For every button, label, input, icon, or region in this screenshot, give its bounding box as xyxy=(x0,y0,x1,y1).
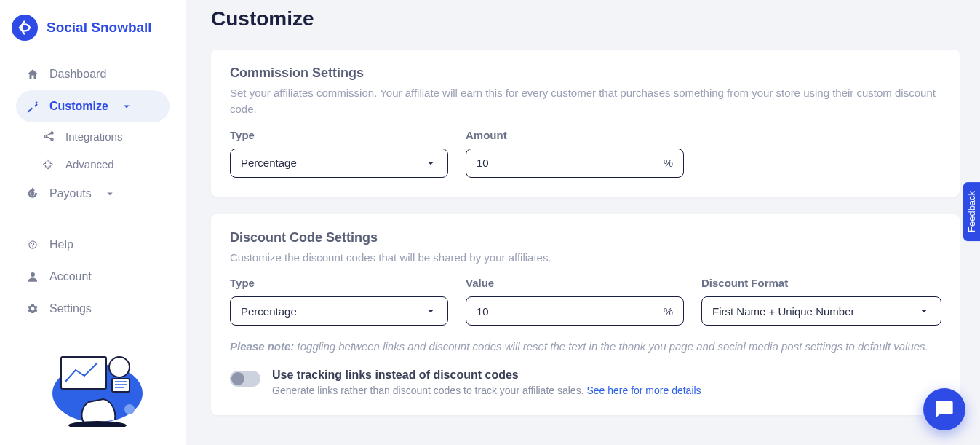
toggle-title: Use tracking links instead of discount c… xyxy=(272,369,701,382)
card-description: Set your affiliates commission. Your aff… xyxy=(230,85,941,117)
brand[interactable]: Social Snowball xyxy=(0,6,186,58)
tracking-links-toggle-row: Use tracking links instead of discount c… xyxy=(230,369,941,396)
field-label: Value xyxy=(466,277,684,289)
card-title: Commission Settings xyxy=(230,66,941,81)
brand-logo-icon xyxy=(12,15,38,41)
discount-type-field: Type Percentage xyxy=(230,277,448,326)
chevron-down-icon xyxy=(424,304,437,318)
card-description: Customize the discount codes that will b… xyxy=(230,250,941,266)
sidebar-item-advanced[interactable]: Advanced xyxy=(32,150,170,178)
sidebar-item-payouts[interactable]: $ Payouts xyxy=(16,178,170,210)
toggle-subtitle: Generate links rather than discount code… xyxy=(272,385,701,396)
sidebar-item-account[interactable]: Account xyxy=(16,261,170,293)
commission-type-field: Type Percentage xyxy=(230,129,448,178)
share-icon xyxy=(42,130,55,143)
home-icon xyxy=(26,68,39,81)
sidebar-item-label: Advanced xyxy=(65,158,114,170)
chevron-down-icon xyxy=(120,100,133,113)
discount-format-select[interactable]: First Name + Unique Number xyxy=(701,296,941,326)
svg-point-3 xyxy=(51,138,53,141)
commission-type-select[interactable]: Percentage xyxy=(230,149,448,178)
svg-point-1 xyxy=(44,135,47,138)
sidebar-item-label: Account xyxy=(49,270,92,283)
select-value: Percentage xyxy=(241,305,297,318)
discount-value-field: Value % xyxy=(466,277,684,326)
sidebar-item-integrations[interactable]: Integrations xyxy=(32,122,170,150)
input-suffix: % xyxy=(664,157,673,169)
toggle-sub-text: Generate links rather than discount code… xyxy=(272,385,586,396)
discount-value-input-wrap[interactable]: % xyxy=(466,296,684,326)
discount-format-field: Discount Format First Name + Unique Numb… xyxy=(701,277,941,326)
commission-amount-input-wrap[interactable]: % xyxy=(466,149,684,178)
note-text: toggling between links and discount code… xyxy=(294,340,928,353)
discount-value-input[interactable] xyxy=(477,305,664,318)
svg-text:$: $ xyxy=(31,191,34,196)
tracking-links-toggle[interactable] xyxy=(230,371,260,387)
nav-secondary: Help Account Settings xyxy=(16,229,170,325)
note-bold: Please note: xyxy=(230,340,294,353)
sidebar: Social Snowball Dashboard Customize Inte… xyxy=(0,0,186,445)
svg-point-8 xyxy=(109,357,130,377)
input-suffix: % xyxy=(664,305,673,318)
sidebar-item-help[interactable]: Help xyxy=(16,229,170,261)
svg-point-5 xyxy=(31,272,35,277)
sidebar-item-customize[interactable]: Customize xyxy=(16,90,170,122)
gear-icon xyxy=(26,302,39,315)
field-label: Type xyxy=(230,129,448,141)
sidebar-item-settings[interactable]: Settings xyxy=(16,293,170,325)
field-label: Discount Format xyxy=(701,277,941,289)
chat-bubble-button[interactable] xyxy=(923,388,965,430)
commission-settings-card: Commission Settings Set your affiliates … xyxy=(211,50,960,197)
puzzle-icon xyxy=(42,157,55,170)
sidebar-item-label: Customize xyxy=(49,100,108,113)
chevron-down-icon xyxy=(917,304,931,318)
tools-icon xyxy=(26,100,39,113)
commission-amount-field: Amount % xyxy=(466,129,684,178)
feedback-tab[interactable]: Feedback xyxy=(963,182,980,241)
discount-settings-card: Discount Code Settings Customize the dis… xyxy=(211,214,960,415)
card-title: Discount Code Settings xyxy=(230,230,941,245)
sidebar-item-label: Help xyxy=(49,238,73,251)
select-value: First Name + Unique Number xyxy=(712,305,854,318)
nav-primary: Dashboard Customize Integrations Advance… xyxy=(0,58,186,325)
field-label: Amount xyxy=(466,129,684,141)
svg-rect-7 xyxy=(61,357,106,389)
discount-note: Please note: toggling between links and … xyxy=(230,339,941,355)
select-value: Percentage xyxy=(241,157,297,169)
svg-rect-9 xyxy=(112,379,130,392)
user-icon xyxy=(26,270,39,283)
sidebar-item-label: Payouts xyxy=(49,187,92,200)
discount-type-select[interactable]: Percentage xyxy=(230,296,448,326)
illustration-icon xyxy=(35,339,151,427)
sidebar-item-label: Dashboard xyxy=(49,68,106,81)
sidebar-item-dashboard[interactable]: Dashboard xyxy=(16,58,170,90)
sidebar-submenu-customize: Integrations Advanced xyxy=(16,122,170,178)
main-content: Customize Commission Settings Set your a… xyxy=(186,0,980,445)
dollar-refresh-icon: $ xyxy=(26,187,39,200)
see-more-details-link[interactable]: See here for more details xyxy=(586,385,701,396)
svg-point-2 xyxy=(51,132,53,134)
field-label: Type xyxy=(230,277,448,289)
sidebar-item-label: Settings xyxy=(49,302,92,315)
chevron-down-icon xyxy=(103,187,116,200)
brand-name: Social Snowball xyxy=(47,20,152,36)
question-icon xyxy=(26,238,39,251)
svg-point-11 xyxy=(68,421,127,427)
commission-amount-input[interactable] xyxy=(477,157,664,169)
page-title: Customize xyxy=(211,7,960,31)
sidebar-item-label: Integrations xyxy=(65,130,122,143)
chevron-down-icon xyxy=(424,157,437,170)
svg-point-10 xyxy=(124,404,135,414)
chat-icon xyxy=(934,399,955,420)
